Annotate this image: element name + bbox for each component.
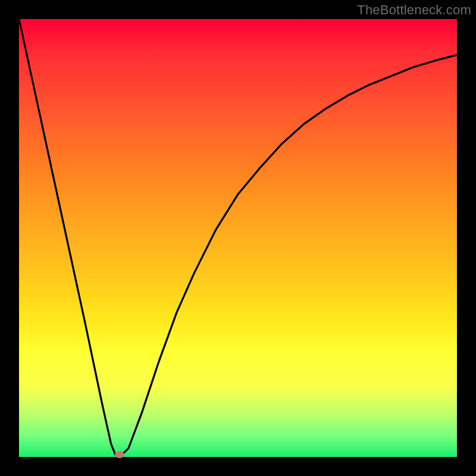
curve-svg <box>19 19 457 457</box>
watermark-text: TheBottleneck.com <box>357 2 471 18</box>
chart-container: TheBottleneck.com <box>0 0 476 476</box>
plot-area <box>19 19 457 457</box>
curve-path <box>19 19 457 457</box>
bottleneck-marker <box>115 451 124 458</box>
